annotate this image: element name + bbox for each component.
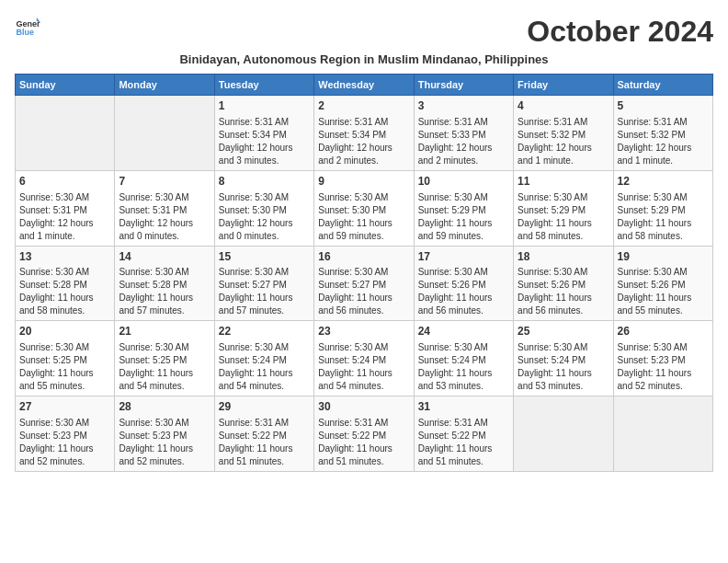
day-info: Daylight: 11 hours bbox=[318, 217, 409, 230]
day-info: Sunset: 5:31 PM bbox=[119, 204, 210, 217]
day-info: Sunrise: 5:31 AM bbox=[219, 417, 310, 430]
day-number: 3 bbox=[418, 98, 509, 114]
day-number: 7 bbox=[119, 174, 210, 190]
calendar-cell: 17Sunrise: 5:30 AMSunset: 5:26 PMDayligh… bbox=[414, 246, 513, 321]
calendar-cell: 15Sunrise: 5:30 AMSunset: 5:27 PMDayligh… bbox=[214, 246, 313, 321]
day-info: Daylight: 11 hours bbox=[518, 292, 609, 304]
day-info: and 55 minutes. bbox=[618, 304, 709, 317]
day-info: and 51 minutes. bbox=[418, 455, 509, 468]
day-info: Sunrise: 5:30 AM bbox=[318, 341, 409, 354]
day-info: Sunrise: 5:31 AM bbox=[318, 116, 409, 129]
logo: General Blue bbox=[15, 15, 40, 40]
day-info: Daylight: 11 hours bbox=[119, 442, 210, 455]
day-info: Sunrise: 5:30 AM bbox=[518, 341, 609, 354]
day-info: Sunrise: 5:30 AM bbox=[318, 266, 409, 279]
day-info: Sunrise: 5:31 AM bbox=[618, 116, 709, 129]
day-info: and 53 minutes. bbox=[418, 380, 509, 393]
day-info: Daylight: 11 hours bbox=[518, 367, 609, 380]
day-info: Sunrise: 5:31 AM bbox=[518, 116, 609, 129]
day-info: Daylight: 11 hours bbox=[618, 217, 709, 230]
day-info: Sunset: 5:30 PM bbox=[318, 204, 409, 217]
calendar-week-row: 6Sunrise: 5:30 AMSunset: 5:31 PMDaylight… bbox=[16, 170, 713, 246]
day-number: 22 bbox=[219, 324, 310, 339]
day-number: 8 bbox=[219, 174, 310, 190]
calendar-cell: 4Sunrise: 5:31 AMSunset: 5:32 PMDaylight… bbox=[514, 96, 613, 171]
day-info: Sunset: 5:34 PM bbox=[318, 129, 409, 142]
calendar-cell: 31Sunrise: 5:31 AMSunset: 5:22 PMDayligh… bbox=[414, 396, 513, 472]
day-number: 21 bbox=[119, 324, 210, 339]
day-info: Sunset: 5:26 PM bbox=[418, 279, 509, 292]
day-info: and 58 minutes. bbox=[518, 230, 609, 243]
day-info: Sunset: 5:24 PM bbox=[318, 354, 409, 367]
day-info: Sunset: 5:25 PM bbox=[19, 354, 110, 367]
day-info: Sunrise: 5:30 AM bbox=[219, 191, 310, 204]
calendar-cell: 8Sunrise: 5:30 AMSunset: 5:30 PMDaylight… bbox=[214, 170, 313, 246]
day-info: Sunset: 5:29 PM bbox=[418, 204, 509, 217]
calendar-week-row: 27Sunrise: 5:30 AMSunset: 5:23 PMDayligh… bbox=[16, 396, 713, 472]
day-info: Daylight: 12 hours bbox=[618, 142, 709, 155]
header-monday: Monday bbox=[115, 75, 214, 96]
calendar-cell: 21Sunrise: 5:30 AMSunset: 5:25 PMDayligh… bbox=[115, 321, 214, 396]
day-info: and 56 minutes. bbox=[318, 304, 409, 317]
day-number: 28 bbox=[119, 399, 210, 415]
day-info: and 56 minutes. bbox=[418, 304, 509, 317]
calendar-cell: 2Sunrise: 5:31 AMSunset: 5:34 PMDaylight… bbox=[314, 96, 414, 171]
calendar-table: SundayMondayTuesdayWednesdayThursdayFrid… bbox=[15, 74, 713, 472]
day-info: Daylight: 11 hours bbox=[318, 442, 409, 455]
calendar-cell: 13Sunrise: 5:30 AMSunset: 5:28 PMDayligh… bbox=[16, 246, 115, 321]
day-number: 1 bbox=[219, 98, 310, 114]
day-number: 2 bbox=[318, 98, 409, 114]
calendar-cell: 26Sunrise: 5:30 AMSunset: 5:23 PMDayligh… bbox=[613, 321, 712, 396]
day-info: Sunrise: 5:30 AM bbox=[19, 341, 110, 354]
day-info: Sunrise: 5:30 AM bbox=[119, 341, 210, 354]
day-info: Sunset: 5:26 PM bbox=[518, 279, 609, 292]
day-info: Daylight: 12 hours bbox=[318, 142, 409, 155]
day-info: Sunset: 5:30 PM bbox=[219, 204, 310, 217]
day-info: and 3 minutes. bbox=[219, 155, 310, 167]
day-info: Sunset: 5:27 PM bbox=[219, 279, 310, 292]
day-info: and 52 minutes. bbox=[119, 455, 210, 468]
day-number: 16 bbox=[318, 249, 409, 265]
calendar-cell: 7Sunrise: 5:30 AMSunset: 5:31 PMDaylight… bbox=[115, 170, 214, 246]
day-info: Daylight: 11 hours bbox=[518, 217, 609, 230]
day-info: and 2 minutes. bbox=[418, 155, 509, 167]
day-info: and 55 minutes. bbox=[19, 380, 110, 393]
day-number: 5 bbox=[618, 98, 709, 114]
calendar-cell: 28Sunrise: 5:30 AMSunset: 5:23 PMDayligh… bbox=[115, 396, 214, 472]
header-thursday: Thursday bbox=[414, 75, 513, 96]
svg-text:Blue: Blue bbox=[16, 28, 34, 37]
day-number: 31 bbox=[418, 399, 509, 415]
day-number: 12 bbox=[618, 174, 709, 190]
day-info: Daylight: 12 hours bbox=[119, 217, 210, 230]
calendar-header-row: SundayMondayTuesdayWednesdayThursdayFrid… bbox=[16, 75, 713, 96]
day-info: and 53 minutes. bbox=[518, 380, 609, 393]
day-number: 4 bbox=[518, 98, 609, 114]
calendar-cell bbox=[16, 96, 115, 171]
calendar-cell: 25Sunrise: 5:30 AMSunset: 5:24 PMDayligh… bbox=[514, 321, 613, 396]
header-tuesday: Tuesday bbox=[214, 75, 313, 96]
day-info: Sunset: 5:24 PM bbox=[418, 354, 509, 367]
calendar-cell bbox=[613, 396, 712, 472]
day-info: Sunrise: 5:30 AM bbox=[418, 266, 509, 279]
calendar-cell: 11Sunrise: 5:30 AMSunset: 5:29 PMDayligh… bbox=[514, 170, 613, 246]
calendar-cell: 23Sunrise: 5:30 AMSunset: 5:24 PMDayligh… bbox=[314, 321, 414, 396]
day-info: Sunrise: 5:30 AM bbox=[418, 191, 509, 204]
calendar-cell: 27Sunrise: 5:30 AMSunset: 5:23 PMDayligh… bbox=[16, 396, 115, 472]
calendar-week-row: 13Sunrise: 5:30 AMSunset: 5:28 PMDayligh… bbox=[16, 246, 713, 321]
calendar-cell: 10Sunrise: 5:30 AMSunset: 5:29 PMDayligh… bbox=[414, 170, 513, 246]
day-info: Sunset: 5:32 PM bbox=[518, 129, 609, 142]
day-info: Sunrise: 5:30 AM bbox=[618, 341, 709, 354]
day-info: Sunrise: 5:30 AM bbox=[119, 266, 210, 279]
day-info: Sunset: 5:28 PM bbox=[19, 279, 110, 292]
day-info: Daylight: 11 hours bbox=[318, 292, 409, 304]
day-number: 13 bbox=[19, 249, 110, 265]
day-info: Sunrise: 5:30 AM bbox=[618, 191, 709, 204]
day-info: and 59 minutes. bbox=[318, 230, 409, 243]
day-info: Sunrise: 5:30 AM bbox=[19, 266, 110, 279]
day-number: 9 bbox=[318, 174, 409, 190]
day-info: Daylight: 12 hours bbox=[418, 142, 509, 155]
day-info: Sunrise: 5:30 AM bbox=[518, 191, 609, 204]
day-number: 19 bbox=[618, 249, 709, 265]
calendar-cell: 18Sunrise: 5:30 AMSunset: 5:26 PMDayligh… bbox=[514, 246, 613, 321]
day-info: Sunset: 5:24 PM bbox=[518, 354, 609, 367]
